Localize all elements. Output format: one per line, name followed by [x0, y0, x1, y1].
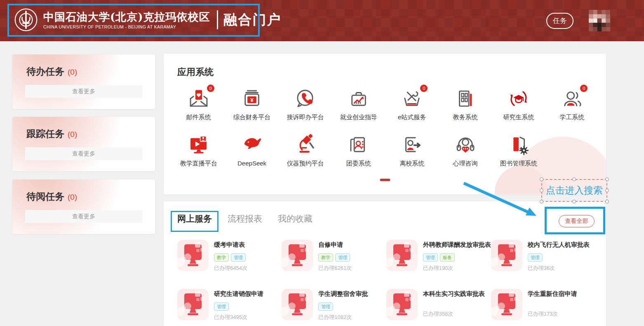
tag-服务: 服务	[440, 253, 455, 262]
library-icon	[507, 133, 531, 157]
view-more-button[interactable]: 查看更多	[25, 210, 142, 223]
service-handled-count: 已办理36次	[528, 265, 590, 272]
app-item[interactable]: 0 e站式服务	[385, 87, 439, 121]
app-label: DeepSeek	[237, 160, 266, 167]
service-card[interactable]: 本科生实习实践审批表 已办理358次	[386, 289, 491, 321]
finance-icon: ¥	[240, 87, 264, 111]
app-label: 综合财务平台	[233, 113, 270, 121]
app-item[interactable]: 就业创业指导	[332, 87, 385, 121]
mail-icon	[187, 87, 211, 111]
notification-badge: 0	[207, 85, 214, 92]
header: 中国石油大学(北京)克拉玛依校区 CHINA UNIVERSITY OF PET…	[0, 0, 644, 41]
service-tags: 管理	[214, 302, 263, 311]
app-item[interactable]: 教务系统	[439, 87, 492, 121]
service-title: 本科生实习实践审批表	[423, 290, 485, 298]
deepseek-icon	[240, 133, 264, 157]
tag-管理: 管理	[318, 302, 333, 311]
service-card[interactable]: 研究生请销假申请 管理 已办理3495次	[177, 289, 282, 321]
portal-page: 中国石油大学(北京)克拉玛依校区 CHINA UNIVERSITY OF PET…	[0, 0, 644, 326]
tag-管理: 管理	[214, 302, 229, 311]
search-hint-annotation: 点击进入搜索	[541, 179, 607, 202]
app-label: 图书管理系统	[500, 160, 537, 168]
app-item[interactable]: 0 邮件系统	[172, 87, 225, 121]
task-card-title: 跟踪任务(0)	[12, 117, 155, 140]
service-card-icon	[177, 289, 209, 320]
app-label: 学工系统	[559, 113, 584, 121]
hotline-icon	[293, 87, 317, 111]
notification-badge: 0	[580, 85, 588, 92]
task-button[interactable]: 任务	[546, 13, 573, 29]
app-label: 仪器预约平台	[287, 160, 324, 168]
service-card-icon	[177, 240, 209, 271]
tag-管理: 管理	[423, 253, 438, 262]
service-card[interactable]: 学生调整宿舍审批 管理 已办理1082次	[282, 289, 386, 321]
app-item[interactable]: 研究生系统	[492, 87, 545, 121]
service-card[interactable]: 外聘教师课酬发放审批表 管理服务 已办理190次	[386, 240, 491, 272]
task-card: 待办任务(0) 查看更多	[12, 54, 155, 109]
service-handled-count: 已办理3495次	[214, 314, 263, 321]
task-card-title: 待阅任务(0)	[12, 180, 155, 203]
service-card-icon	[282, 289, 313, 320]
task-card: 跟踪任务(0) 查看更多	[12, 117, 155, 171]
app-label: 教务系统	[453, 113, 478, 121]
service-tags: 管理	[318, 302, 368, 311]
app-item[interactable]: 0 学工系统	[545, 87, 599, 121]
service-tags: 管理服务	[423, 253, 491, 262]
view-more-button[interactable]: 查看更多	[25, 147, 142, 160]
services-grid: 缓考申请表 教学管理 已办理6454次 自修申请 教学管理 已办理6261次 外…	[177, 240, 595, 321]
service-title: 研究生请销假申请	[214, 290, 263, 298]
tag-管理: 管理	[528, 253, 543, 262]
app-item[interactable]: DeepSeek	[225, 133, 278, 168]
app-label: 接诉即办平台	[287, 113, 324, 121]
task-card: 待阅任务(0) 查看更多	[12, 180, 155, 234]
app-item[interactable]: 接诉即办平台	[279, 87, 332, 121]
service-card-icon	[491, 240, 522, 271]
service-card[interactable]: 缓考申请表 教学管理 已办理6454次	[177, 240, 282, 272]
service-handled-count: 已办理173次	[528, 310, 577, 318]
service-title: 缓考申请表	[214, 241, 247, 249]
app-label: 团委系统	[346, 160, 371, 168]
app-item[interactable]: 仪器预约平台	[279, 133, 332, 168]
app-item[interactable]: 团委系统	[332, 133, 385, 168]
service-card[interactable]: 学生重新住宿申请 已办理173次	[491, 289, 595, 321]
pointer-arrow-annotation	[451, 177, 546, 220]
app-label: 心理咨询	[453, 160, 478, 168]
app-label: 离校系统	[400, 160, 424, 168]
services-panel: 网上服务流程报表我的收藏 查看全部 缓考申请表 教学管理 已办理6454次 自修…	[164, 201, 606, 326]
app-label: 研究生系统	[503, 113, 534, 121]
league-icon	[347, 133, 371, 157]
apps-panel-title: 应用系统	[164, 54, 606, 78]
task-count: (0)	[68, 193, 77, 201]
app-item[interactable]: 教学直播平台	[172, 133, 225, 168]
app-item[interactable]: 图书管理系统	[492, 133, 545, 168]
tag-教学: 教学	[318, 253, 333, 262]
tab-流程报表[interactable]: 流程报表	[228, 213, 262, 224]
app-label: e站式服务	[398, 113, 426, 121]
app-item[interactable]: ¥ 综合财务平台	[225, 87, 278, 121]
tab-我的收藏[interactable]: 我的收藏	[278, 213, 313, 224]
service-handled-count: 已办理6454次	[214, 265, 247, 272]
apps-panel: 应用系统 0 邮件系统¥ 综合财务平台 接诉即办平台 就业创业指导0 e站式服务…	[164, 54, 606, 194]
app-item[interactable]: 离校系统	[385, 133, 439, 168]
tag-教学: 教学	[214, 253, 229, 262]
tag-管理: 管理	[231, 253, 246, 262]
graduate-icon	[507, 87, 531, 111]
service-card[interactable]: 校内飞行无人机审批表 管理 已办理36次	[491, 240, 595, 272]
user-avatar[interactable]	[589, 10, 610, 31]
search-hint-label[interactable]: 点击进入搜索	[546, 184, 603, 197]
instrument-icon	[293, 133, 317, 157]
service-title: 学生重新住宿申请	[528, 290, 577, 298]
service-card-icon	[282, 240, 313, 271]
carousel-page-indicator[interactable]	[380, 179, 390, 181]
task-count: (0)	[68, 68, 77, 76]
service-card-icon	[386, 240, 418, 271]
active-tab-highlight-annotation	[171, 211, 219, 232]
app-item[interactable]: 心理咨询	[439, 133, 492, 168]
service-card[interactable]: 自修申请 教学管理 已办理6261次	[282, 240, 386, 272]
service-handled-count: 已办理1082次	[318, 314, 368, 321]
leave-icon	[400, 133, 424, 157]
view-more-button[interactable]: 查看更多	[25, 85, 142, 98]
task-count: (0)	[68, 130, 77, 139]
service-tags: 教学管理	[318, 253, 352, 262]
career-icon	[347, 87, 371, 111]
